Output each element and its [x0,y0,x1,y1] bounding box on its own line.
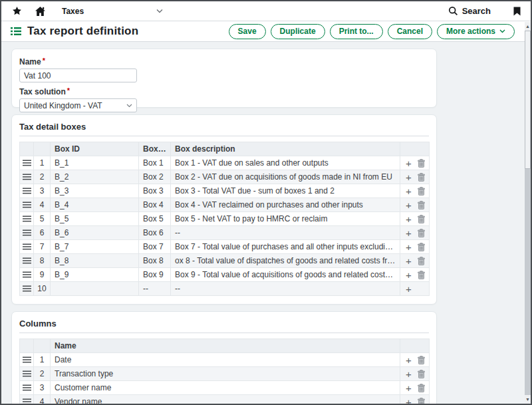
box-description-cell[interactable]: Box 3 - Total VAT due - sum of boxes 1 a… [171,184,400,198]
add-row-button[interactable]: + [406,270,412,280]
drag-handle-icon[interactable] [23,242,31,250]
box-id-cell[interactable]: B_9 [51,268,139,282]
add-row-button[interactable]: + [406,242,412,252]
drag-handle-icon[interactable] [23,397,31,405]
scroll-up-button[interactable]: ▲ [525,22,531,31]
search-button[interactable]: Search [448,6,491,16]
home-button[interactable] [33,4,47,19]
drag-handle-icon[interactable] [23,355,31,363]
delete-row-button[interactable] [418,200,425,209]
box-label-cell[interactable]: Box 9 [139,268,171,282]
more-actions-button[interactable]: More actions [437,24,515,39]
trash-icon [418,229,425,237]
delete-row-button[interactable] [418,355,425,364]
delete-row-button[interactable] [418,383,425,392]
drag-handle-icon[interactable] [23,284,31,292]
columns-rows: 1Date+2Transaction type+3Customer name+4… [20,353,430,405]
row-number: 8 [34,254,51,268]
drag-handle-icon[interactable] [23,270,31,278]
delete-row-button[interactable] [418,270,425,279]
box-description-cell[interactable]: Box 2 - VAT due on acquisitions of goods… [171,170,400,184]
add-row-button[interactable]: + [406,383,412,393]
add-row-button[interactable]: + [406,158,412,168]
add-row-button[interactable]: + [406,186,412,196]
box-id-cell[interactable] [51,282,139,296]
bookmark-icon [513,7,521,16]
box-description-cell[interactable]: Box 7 - Total value of purchases and all… [171,240,400,254]
add-row-button[interactable]: + [406,284,412,294]
delete-row-button[interactable] [418,242,425,251]
drag-handle-icon[interactable] [23,256,31,264]
scrollbar-thumb[interactable] [525,31,531,169]
box-id-cell[interactable]: B_6 [51,226,139,240]
name-input[interactable] [19,68,137,82]
drag-handle-icon[interactable] [23,383,31,391]
trash-icon [418,187,425,196]
add-row-button[interactable]: + [406,200,412,210]
drag-handle-icon[interactable] [23,200,31,208]
favorite-star-button[interactable] [9,4,24,19]
section-title: Columns [19,317,429,333]
box-description-cell[interactable]: -- [171,226,400,240]
box-label-cell[interactable]: Box 5 [139,212,171,226]
delete-row-button[interactable] [418,172,425,182]
box-id-cell[interactable]: B_2 [51,170,139,184]
save-button[interactable]: Save [229,24,266,39]
drag-handle-icon[interactable] [23,228,31,236]
row-actions-cell: + [400,198,430,212]
box-id-cell[interactable]: B_4 [51,198,139,212]
box-id-cell[interactable]: B_1 [51,156,139,170]
delete-row-button[interactable] [418,256,425,265]
box-description-cell[interactable]: -- [171,282,400,296]
box-label-cell[interactable]: Box 2 [139,170,171,184]
box-id-cell[interactable]: B_8 [51,254,139,268]
delete-row-button[interactable] [418,214,425,223]
box-description-cell[interactable]: Box 4 - VAT reclaimed on purchases and o… [171,198,400,212]
box-label-cell[interactable]: -- [139,282,171,296]
box-label-cell[interactable]: Box 4 [139,198,171,212]
bookmark-button[interactable] [509,4,524,19]
box-label-cell[interactable]: Box 6 [139,226,171,240]
column-name-cell[interactable]: Transaction type [51,367,400,381]
delete-row-button[interactable] [418,186,425,196]
tax-solution-select[interactable]: United Kingdom - VAT [19,98,137,112]
drag-handle-icon[interactable] [23,369,31,377]
scroll-down-button[interactable]: ▼ [525,395,531,404]
box-label-cell[interactable]: Box 7 [139,240,171,254]
box-label-cell[interactable]: Box 1 [139,156,171,170]
vertical-scrollbar[interactable]: ▲ ▼ [525,22,531,404]
add-row-button[interactable]: + [406,397,412,405]
box-id-cell[interactable]: B_7 [51,240,139,254]
drag-handle-icon[interactable] [23,214,31,222]
delete-row-button[interactable] [418,228,425,237]
box-description-cell[interactable]: ox 8 - Total value of dispatches of good… [171,254,400,268]
column-name-cell[interactable]: Date [51,353,400,367]
delete-row-button[interactable] [418,369,425,378]
drag-handle-icon[interactable] [23,186,31,194]
add-row-button[interactable]: + [406,355,412,365]
box-id-cell[interactable]: B_3 [51,184,139,198]
box-description-cell[interactable]: Box 1 - VAT due on sales and other outpu… [171,156,400,170]
drag-handle-icon[interactable] [23,158,31,166]
module-selector[interactable]: Taxes [62,7,163,16]
add-row-button[interactable]: + [406,228,412,238]
box-id-cell[interactable]: B_5 [51,212,139,226]
box-label-cell[interactable]: Box 3 [139,184,171,198]
delete-row-button[interactable] [418,397,425,404]
box-description-cell[interactable]: Box 5 - Net VAT to pay to HMRC or reclai… [171,212,400,226]
add-row-button[interactable]: + [406,256,412,266]
duplicate-button[interactable]: Duplicate [271,24,325,39]
column-name-cell[interactable]: Vendor name [51,395,400,405]
add-row-button[interactable]: + [406,214,412,224]
delete-row-button[interactable] [418,158,425,168]
add-row-button[interactable]: + [406,369,412,379]
print-button[interactable]: Print to... [330,24,383,39]
drag-handle-cell [20,367,34,381]
box-description-cell[interactable]: Box 9 - Total value of acquisitions of g… [171,268,400,282]
cancel-button[interactable]: Cancel [388,24,432,39]
column-name-cell[interactable]: Customer name [51,381,400,395]
drag-handle-icon[interactable] [23,172,31,180]
table-header-row: Box ID Box label Box description [20,142,430,156]
add-row-button[interactable]: + [406,172,412,182]
box-label-cell[interactable]: Box 8 [139,254,171,268]
